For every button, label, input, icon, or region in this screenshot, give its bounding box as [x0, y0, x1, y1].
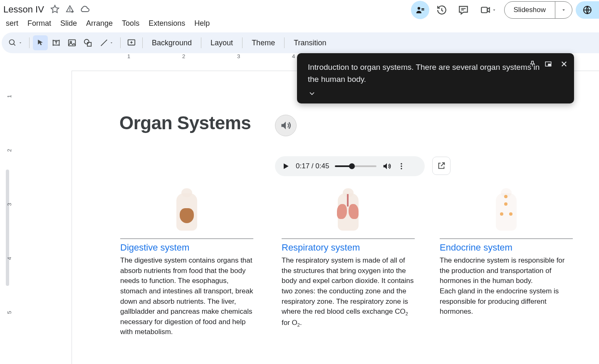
cloud-saved-icon[interactable] [77, 2, 92, 17]
ruler-v-tick: 4 [6, 257, 12, 260]
column-respiratory[interactable]: Respiratory system The respiratory syste… [282, 184, 415, 329]
divider [120, 239, 253, 239]
close-icon[interactable] [558, 58, 570, 70]
menu-tools[interactable]: Tools [118, 17, 144, 30]
slideshow-label[interactable]: Slideshow [505, 2, 556, 18]
svg-point-0 [69, 8, 70, 9]
svg-point-11 [401, 163, 402, 165]
ruler-h-tick: 4 [292, 53, 295, 59]
svg-point-8 [84, 39, 89, 44]
comments-icon[interactable] [454, 1, 473, 19]
svg-rect-6 [69, 40, 76, 46]
divider [440, 239, 573, 239]
digestive-image [120, 184, 253, 236]
video-call-icon[interactable] [476, 1, 501, 19]
caption-overlay[interactable]: Introduction to organ systems. There are… [297, 53, 574, 103]
pin-icon[interactable] [527, 58, 538, 70]
audio-time: 0:17 / 0:45 [296, 162, 329, 170]
menu-slide[interactable]: Slide [56, 17, 81, 30]
volume-icon[interactable] [382, 162, 391, 171]
separator [242, 37, 243, 48]
svg-point-1 [417, 7, 420, 10]
shape-tool[interactable] [80, 35, 95, 50]
respiratory-image [282, 184, 415, 236]
svg-point-4 [10, 40, 15, 45]
svg-point-12 [401, 165, 402, 167]
separator [29, 37, 30, 48]
audio-progress[interactable] [335, 165, 376, 167]
menu-insert[interactable]: sert [2, 17, 22, 30]
column-heading: Endocrine system [440, 242, 573, 253]
svg-rect-2 [481, 7, 487, 13]
ruler-v-tick: 3 [6, 203, 12, 206]
background-button[interactable]: Background [146, 39, 198, 47]
history-icon[interactable] [433, 1, 451, 19]
vertical-ruler: 1 2 3 4 5 [0, 53, 19, 362]
audio-object[interactable] [275, 115, 297, 136]
popout-icon[interactable] [432, 157, 450, 175]
column-endocrine[interactable]: Endocrine system The endocrine system is… [440, 184, 573, 317]
share-button[interactable] [576, 1, 599, 19]
menu-format[interactable]: Format [23, 17, 55, 30]
ruler-v-tick: 1 [6, 95, 12, 98]
separator [142, 37, 143, 48]
select-tool[interactable] [33, 35, 48, 50]
menu-extensions[interactable]: Extensions [144, 17, 189, 30]
separator [284, 37, 285, 48]
svg-rect-15 [548, 64, 550, 66]
move-icon[interactable] [62, 2, 77, 17]
column-heading: Respiratory system [282, 242, 415, 253]
ruler-h-tick: 1 [127, 53, 130, 59]
audio-player: 0:17 / 0:45 [275, 156, 425, 176]
zoom-tool[interactable] [5, 35, 26, 50]
star-icon[interactable] [47, 2, 62, 17]
chevron-down-icon[interactable] [308, 89, 551, 98]
header-right: Slideshow [411, 1, 599, 19]
expand-icon[interactable] [542, 58, 554, 70]
image-tool[interactable] [64, 35, 79, 50]
column-digestive[interactable]: Digestive system The digestive system co… [120, 184, 253, 337]
slideshow-dropdown-icon[interactable] [555, 2, 572, 18]
divider [282, 239, 415, 239]
slideshow-button[interactable]: Slideshow [504, 1, 573, 19]
column-heading: Digestive system [120, 242, 253, 253]
column-body: The digestive system contains organs tha… [120, 256, 253, 337]
caption-text: Introduction to organ systems. There are… [308, 61, 551, 85]
toolbar: Background Layout Theme Transition [2, 32, 599, 53]
ruler-h-tick: 3 [237, 53, 240, 59]
line-tool[interactable] [96, 35, 117, 50]
slide-title[interactable]: Organ Systems [119, 113, 251, 133]
ruler-h-tick: 2 [182, 53, 185, 59]
theme-button[interactable]: Theme [246, 39, 281, 47]
separator [201, 37, 201, 48]
document-title[interactable]: Lesson IV [2, 4, 47, 15]
comment-add-tool[interactable] [124, 35, 139, 50]
svg-point-13 [401, 168, 402, 169]
svg-rect-9 [87, 42, 91, 46]
slide-canvas[interactable]: Organ Systems 0:17 / 0:45 [72, 71, 599, 364]
more-icon[interactable] [397, 162, 406, 170]
ruler-v-tick: 5 [6, 311, 12, 314]
filmstrip-scrollbar[interactable] [6, 170, 9, 286]
endocrine-image [440, 184, 573, 236]
transition-button[interactable]: Transition [288, 39, 332, 47]
caption-controls [527, 58, 570, 70]
play-icon[interactable] [282, 162, 290, 170]
menu-arrange[interactable]: Arrange [82, 17, 117, 30]
title-bar: Lesson IV Slideshow [0, 0, 599, 17]
ruler-v-tick: 2 [6, 149, 12, 152]
layout-button[interactable]: Layout [205, 39, 239, 47]
column-body: The respiratory system is made of all of… [282, 256, 415, 329]
audio-progress-fill [335, 165, 351, 167]
textbox-tool[interactable] [49, 35, 64, 50]
separator [120, 37, 121, 48]
menu-help[interactable]: Help [190, 17, 214, 30]
column-body: The endocrine system is responsible for … [440, 256, 573, 317]
people-icon[interactable] [411, 1, 429, 19]
audio-progress-knob[interactable] [349, 163, 355, 169]
